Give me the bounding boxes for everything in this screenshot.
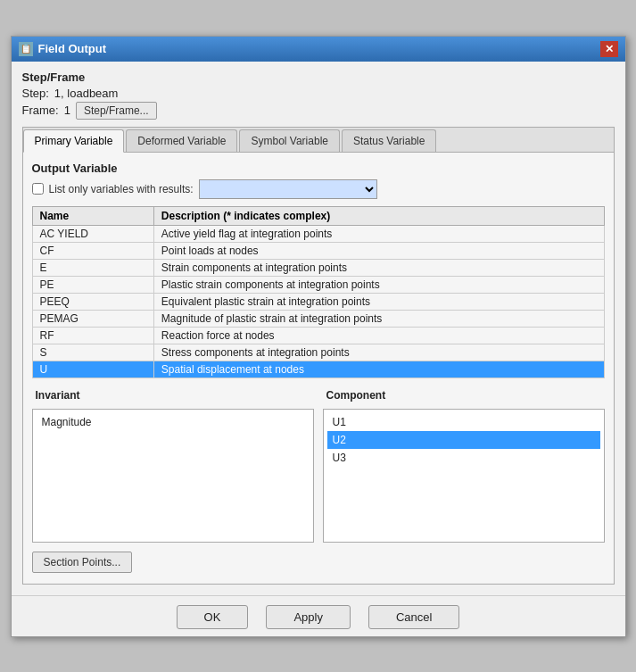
window-body: Step/Frame Step: 1, loadbeam Frame: 1 St…: [12, 62, 625, 595]
list-only-row: List only variables with results:: [32, 179, 605, 199]
tab-primary-variable[interactable]: Primary Variable: [23, 129, 125, 153]
title-bar: 📋 Field Output ✕: [12, 37, 625, 62]
table-cell-description: Strain components at integration points: [153, 259, 604, 276]
step-frame-button[interactable]: Step/Frame...: [76, 102, 157, 120]
section-points-button[interactable]: Section Points...: [32, 552, 133, 573]
component-panel: U1U2U3: [323, 409, 605, 543]
table-cell-name: PE: [32, 276, 153, 293]
table-cell-name: CF: [32, 242, 153, 259]
table-row[interactable]: AC YIELDActive yield flag at integration…: [32, 225, 604, 242]
frame-line: Frame: 1 Step/Frame...: [22, 102, 615, 120]
table-row[interactable]: PEMAGMagnitude of plastic strain at inte…: [32, 310, 604, 327]
table-row[interactable]: CFPoint loads at nodes: [32, 242, 604, 259]
cancel-button[interactable]: Cancel: [368, 605, 459, 629]
footer: OK Apply Cancel: [12, 595, 625, 636]
ok-button[interactable]: OK: [177, 605, 249, 629]
col-description: Description (* indicates complex): [153, 206, 604, 225]
table-row[interactable]: USpatial displacement at nodes: [32, 361, 604, 377]
variable-table-body: AC YIELDActive yield flag at integration…: [32, 225, 604, 377]
table-cell-description: Point loads at nodes: [153, 242, 604, 259]
table-cell-name: S: [32, 344, 153, 361]
table-cell-description: Reaction force at nodes: [153, 327, 604, 344]
table-cell-name: U: [32, 361, 153, 377]
output-variable-section: Output Variable List only variables with…: [32, 162, 605, 199]
list-only-dropdown[interactable]: [199, 179, 377, 199]
field-output-window: 📋 Field Output ✕ Step/Frame Step: 1, loa…: [11, 36, 626, 637]
table-cell-description: Active yield flag at integration points: [153, 225, 604, 242]
step-label: Step:: [22, 87, 49, 100]
frame-label: Frame:: [22, 104, 59, 117]
step-value: 1, loadbeam: [54, 87, 119, 100]
table-cell-description: Spatial displacement at nodes: [153, 361, 604, 377]
step-frame-section: Step/Frame Step: 1, loadbeam Frame: 1 St…: [22, 71, 615, 120]
title-bar-left: 📋 Field Output: [19, 42, 107, 56]
tab-bar: Primary Variable Deformed Variable Symbo…: [23, 128, 614, 153]
tabs-container: Primary Variable Deformed Variable Symbo…: [22, 127, 615, 585]
invariant-item[interactable]: Magnitude: [37, 413, 310, 431]
variable-table: Name Description (* indicates complex) A…: [32, 206, 605, 378]
tab-content: Output Variable List only variables with…: [23, 153, 614, 584]
step-line: Step: 1, loadbeam: [22, 87, 615, 100]
close-button[interactable]: ✕: [600, 41, 618, 57]
step-frame-label: Step/Frame: [22, 71, 615, 84]
tab-status-variable[interactable]: Status Variable: [342, 129, 437, 152]
component-label: Component: [323, 387, 605, 403]
list-only-checkbox[interactable]: [32, 183, 44, 195]
table-row[interactable]: PEPlastic strain components at integrati…: [32, 276, 604, 293]
apply-button[interactable]: Apply: [266, 605, 351, 629]
frame-value: 1: [64, 104, 70, 117]
table-cell-name: PEEQ: [32, 293, 153, 310]
table-row[interactable]: SStress components at integration points: [32, 344, 604, 361]
tab-deformed-variable[interactable]: Deformed Variable: [126, 129, 237, 152]
window-icon: 📋: [19, 42, 33, 56]
invariant-label: Invariant: [32, 387, 314, 403]
tab-symbol-variable[interactable]: Symbol Variable: [239, 129, 339, 152]
table-cell-description: Plastic strain components at integration…: [153, 276, 604, 293]
table-cell-description: Stress components at integration points: [153, 344, 604, 361]
table-cell-name: RF: [32, 327, 153, 344]
component-item[interactable]: U1: [327, 413, 600, 431]
bottom-section: Invariant Magnitude Component U1U2U3: [32, 387, 605, 543]
table-cell-description: Magnitude of plastic strain at integrati…: [153, 310, 604, 327]
table-cell-name: E: [32, 259, 153, 276]
output-variable-label: Output Variable: [32, 162, 605, 175]
table-row[interactable]: EStrain components at integration points: [32, 259, 604, 276]
table-cell-name: PEMAG: [32, 310, 153, 327]
table-cell-name: AC YIELD: [32, 225, 153, 242]
component-item[interactable]: U3: [327, 449, 600, 467]
table-row[interactable]: RFReaction force at nodes: [32, 327, 604, 344]
component-item[interactable]: U2: [327, 431, 600, 449]
invariant-panel: Magnitude: [32, 409, 314, 543]
col-name: Name: [32, 206, 153, 225]
window-title: Field Output: [38, 42, 107, 55]
list-only-label: List only variables with results:: [49, 183, 194, 195]
table-cell-description: Equivalent plastic strain at integration…: [153, 293, 604, 310]
table-row[interactable]: PEEQEquivalent plastic strain at integra…: [32, 293, 604, 310]
